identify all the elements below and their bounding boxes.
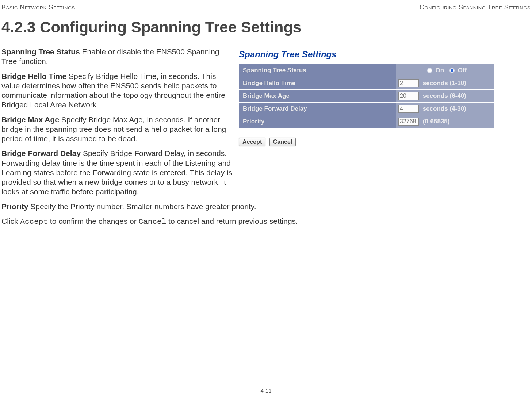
text-return: to cancel and return previous settings. xyxy=(166,217,298,225)
settings-table: Spanning Tree Status On Off Bridge Hello… xyxy=(239,64,494,128)
para-priority: Priority Specify the Priority number. Sm… xyxy=(1,202,531,211)
section-title: 4.2.3 Configuring Spanning Tree Settings xyxy=(1,19,532,36)
mono-accept: Accept xyxy=(20,218,48,226)
para-spanning-tree-status: Spanning Tree Status Enable or disable t… xyxy=(1,47,234,66)
unit-bridge-hello-time: seconds (1-10) xyxy=(423,80,466,87)
header-right: Configuring Spanning Tree Settings xyxy=(420,4,531,11)
screenshot-column: Spanning Tree Settings Spanning Tree Sta… xyxy=(239,47,531,202)
value-bridge-hello-time: seconds (1-10) xyxy=(396,77,494,90)
term-bridge-hello-time: Bridge Hello Time xyxy=(1,72,66,80)
label-bridge-forward-delay: Bridge Forward Delay xyxy=(239,103,396,115)
input-priority[interactable] xyxy=(398,118,419,126)
cancel-button[interactable]: Cancel xyxy=(269,138,296,146)
value-bridge-forward-delay: seconds (4-30) xyxy=(396,103,494,115)
screenshot-title: Spanning Tree Settings xyxy=(239,49,531,60)
value-spanning-tree-status: On Off xyxy=(396,64,494,77)
unit-bridge-forward-delay: seconds (4-30) xyxy=(423,105,466,112)
input-bridge-hello-time[interactable] xyxy=(398,79,419,87)
unit-bridge-max-age: seconds (6-40) xyxy=(423,92,466,99)
row-bridge-forward-delay: Bridge Forward Delay seconds (4-30) xyxy=(239,103,494,115)
label-bridge-hello-time: Bridge Hello Time xyxy=(239,77,396,90)
radio-off-label: Off xyxy=(458,67,467,74)
text-click: Click xyxy=(1,217,20,225)
text-confirm: to confirm the changes or xyxy=(48,217,139,225)
row-spanning-tree-status: Spanning Tree Status On Off xyxy=(239,64,494,77)
value-bridge-max-age: seconds (6-40) xyxy=(396,90,494,103)
header-left: Basic Network Settings xyxy=(1,4,75,11)
radio-on[interactable] xyxy=(427,68,432,73)
radio-on-label: On xyxy=(436,67,444,74)
para-bridge-forward-delay: Bridge Forward Delay Specify Bridge Forw… xyxy=(1,149,234,196)
content-wrap: Spanning Tree Status Enable or disable t… xyxy=(0,47,532,202)
label-bridge-max-age: Bridge Max Age xyxy=(239,90,396,103)
term-spanning-tree-status: Spanning Tree Status xyxy=(1,47,80,56)
text-column: Spanning Tree Status Enable or disable t… xyxy=(1,47,234,202)
radio-off[interactable] xyxy=(449,68,455,73)
value-priority: (0-65535) xyxy=(396,115,494,128)
row-bridge-max-age: Bridge Max Age seconds (6-40) xyxy=(239,90,494,103)
buttons-row: Accept Cancel xyxy=(239,138,531,146)
row-bridge-hello-time: Bridge Hello Time seconds (1-10) xyxy=(239,77,494,90)
text-priority: Specify the Priority number. Smaller num… xyxy=(28,202,256,211)
page-header: Basic Network Settings Configuring Spann… xyxy=(0,0,532,11)
para-bridge-max-age: Bridge Max Age Specify Bridge Max Age, i… xyxy=(1,115,234,144)
term-bridge-forward-delay: Bridge Forward Delay xyxy=(1,149,81,157)
page-number: 4-11 xyxy=(0,387,532,394)
term-bridge-max-age: Bridge Max Age xyxy=(1,115,59,124)
label-priority: Priority xyxy=(239,115,396,128)
input-bridge-max-age[interactable] xyxy=(398,92,419,100)
term-priority: Priority xyxy=(1,202,28,211)
accept-button[interactable]: Accept xyxy=(239,138,265,146)
para-bridge-hello-time: Bridge Hello Time Specify Bridge Hello T… xyxy=(1,72,234,110)
row-priority: Priority (0-65535) xyxy=(239,115,494,128)
unit-priority: (0-65535) xyxy=(423,118,450,125)
label-spanning-tree-status: Spanning Tree Status xyxy=(239,64,396,77)
full-width-text: Priority Specify the Priority number. Sm… xyxy=(0,202,532,227)
mono-cancel: Cancel xyxy=(139,218,167,226)
para-accept-cancel: Click Accept to confirm the changes or C… xyxy=(1,217,531,227)
input-bridge-forward-delay[interactable] xyxy=(398,105,419,113)
